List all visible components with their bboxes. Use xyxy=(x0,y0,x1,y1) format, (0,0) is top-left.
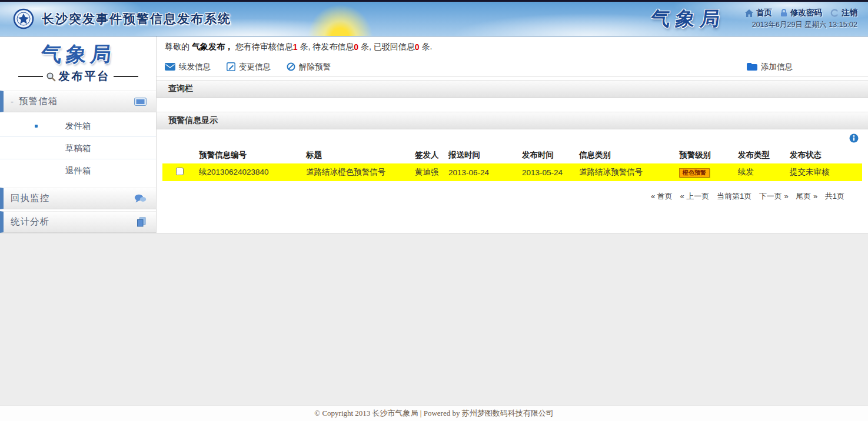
remove-warning-button[interactable]: 解除预警 xyxy=(287,62,331,72)
sidebar-subitem-label: 草稿箱 xyxy=(65,143,91,153)
greeting-review-label: 您有待审核信息 xyxy=(233,42,293,52)
main-row: 气象局 发布平台 - 预警信箱 发件箱 xyxy=(0,36,868,233)
warning-display-header: 预警信息显示 xyxy=(157,112,868,129)
header-right: 气象局 首页 修改密码 xyxy=(651,6,857,32)
envelope-icon xyxy=(165,63,175,71)
cell-level: 橙色预警 xyxy=(677,163,736,181)
nav-home-label: 首页 xyxy=(756,8,772,18)
column-header-signer: 签发人 xyxy=(413,147,446,163)
pagination-current: 当前第1页 xyxy=(717,192,751,201)
cell-warning-id: 续20130624023840 xyxy=(197,163,304,181)
active-bullet xyxy=(35,125,38,128)
top-nav: 首页 修改密码 注销 xyxy=(745,8,857,18)
nav-home-link[interactable]: 首页 xyxy=(745,8,772,18)
pagination-next[interactable]: 下一页 » xyxy=(759,192,789,201)
query-bar-title: 查询栏 xyxy=(168,83,193,94)
toolbar-left-group: 续发信息 变更信息 解除预警 xyxy=(165,62,347,72)
sidebar-item-statistics[interactable]: 统计分析 xyxy=(0,211,156,233)
info-icon[interactable] xyxy=(849,133,859,143)
greeting-username: 气象发布， xyxy=(192,42,233,52)
content-area: 尊敬的 气象发布， 您有待审核信息1 条, 待发布信息0 条, 已驳回信息0 条… xyxy=(157,36,868,233)
remove-warning-label: 解除预警 xyxy=(299,62,331,72)
rejected-count: 0 xyxy=(415,42,420,52)
warning-mailbox-submenu: 发件箱 草稿箱 退件箱 xyxy=(0,112,156,185)
warning-display-body: 预警信息编号 标题 签发人 报送时间 发布时间 信息类别 预警级别 发布类型 发… xyxy=(157,129,868,233)
sidebar-item-warning-mailbox[interactable]: - 预警信箱 xyxy=(0,91,156,112)
nav-change-password-link[interactable]: 修改密码 xyxy=(780,8,822,18)
info-row xyxy=(162,129,862,147)
resend-info-button[interactable]: 续发信息 xyxy=(165,62,211,72)
pagination-last[interactable]: 尾页 » xyxy=(796,192,817,201)
warning-table: 预警信息编号 标题 签发人 报送时间 发布时间 信息类别 预警级别 发布类型 发… xyxy=(162,147,862,181)
toolbar: 续发信息 变更信息 解除预警 xyxy=(157,58,868,76)
sidebar-item-drafts[interactable]: 草稿箱 xyxy=(0,137,156,159)
greeting-publish-label: 条, 待发布信息 xyxy=(298,42,354,52)
column-header-status: 发布状态 xyxy=(787,147,862,163)
greeting-end: 条. xyxy=(420,42,433,52)
sidebar-logo: 气象局 发布平台 xyxy=(0,36,156,84)
copyright-text: © Copyright 2013 长沙市气象局 | Powered by 苏州梦… xyxy=(314,408,553,419)
cell-report-time: 2013-06-24 xyxy=(446,163,520,181)
cell-publish-time: 2013-05-24 xyxy=(520,163,577,181)
brand-area: 长沙突发事件预警信息发布系统 xyxy=(13,8,231,29)
copy-pages-icon xyxy=(137,217,147,227)
pagination-prev[interactable]: « 上一页 xyxy=(680,192,710,201)
search-icon xyxy=(46,72,56,82)
modify-info-button[interactable]: 变更信息 xyxy=(227,62,271,72)
collapse-indicator: - xyxy=(11,96,14,106)
sidebar-subitem-label: 发件箱 xyxy=(65,121,91,131)
column-header-publish-time: 发布时间 xyxy=(520,147,577,163)
warning-display-panel: 预警信息显示 预警信息编号 xyxy=(157,112,868,233)
add-info-button[interactable]: 添加信息 xyxy=(747,62,793,72)
sidebar-subitem-label: 退件箱 xyxy=(65,166,91,175)
sidebar-item-receipt-monitor[interactable]: 回执监控 xyxy=(0,188,156,209)
datetime: 2013年6月29日 星期六 13:15:02 xyxy=(752,20,857,30)
column-header-title: 标题 xyxy=(304,147,413,163)
greeting-prefix: 尊敬的 xyxy=(165,42,192,52)
cell-category: 道路结冰预警信号 xyxy=(577,163,677,181)
sidebar-item-label: 回执监控 xyxy=(11,192,49,205)
row-checkbox-cell xyxy=(162,163,197,181)
cell-signer: 黄迪强 xyxy=(413,163,446,181)
warning-display-title: 预警信息显示 xyxy=(168,115,218,126)
pending-review-count: 1 xyxy=(293,42,298,52)
sidebar-item-label: 预警信箱 xyxy=(19,95,58,108)
query-bar[interactable]: 查询栏 xyxy=(157,80,868,98)
sidebar: 气象局 发布平台 - 预警信箱 发件箱 xyxy=(0,36,157,233)
decor-dash-right xyxy=(114,76,138,77)
footer: © Copyright 2013 长沙市气象局 | Powered by 苏州梦… xyxy=(0,405,868,421)
nav-change-password-label: 修改密码 xyxy=(790,8,822,18)
sidebar-item-returned[interactable]: 退件箱 xyxy=(0,159,156,182)
sidebar-logo-title: 气象局 xyxy=(39,41,117,68)
cell-status: 提交未审核 xyxy=(787,163,862,181)
column-header-category: 信息类别 xyxy=(577,147,677,163)
logout-icon xyxy=(830,9,839,17)
edit-icon xyxy=(227,62,235,71)
greeting-bar: 尊敬的 气象发布， 您有待审核信息1 条, 待发布信息0 条, 已驳回信息0 条… xyxy=(157,36,868,58)
ban-icon xyxy=(287,62,295,71)
sidebar-item-outbox[interactable]: 发件箱 xyxy=(0,115,156,137)
nav-and-date: 首页 修改密码 注销 2013年6月29日 星期六 13:15:02 xyxy=(745,8,857,30)
page-background-fill xyxy=(0,233,868,405)
greeting-rejected-label: 条, 已驳回信息 xyxy=(358,42,415,52)
lock-icon xyxy=(780,9,787,17)
home-icon xyxy=(745,9,753,17)
cell-title: 道路结冰橙色预警信号 xyxy=(304,163,413,181)
mailbox-icon xyxy=(134,98,147,106)
pagination-total: 共1页 xyxy=(825,192,844,201)
pagination-first[interactable]: « 首页 xyxy=(651,192,673,201)
header-checkbox-spacer xyxy=(162,147,197,163)
chat-bubbles-icon xyxy=(134,194,147,203)
table-header-row: 预警信息编号 标题 签发人 报送时间 发布时间 信息类别 预警级别 发布类型 发… xyxy=(162,147,862,163)
sidebar-item-label: 统计分析 xyxy=(11,216,49,228)
pending-publish-count: 0 xyxy=(354,42,358,52)
column-header-publish-type: 发布类型 xyxy=(736,147,787,163)
folder-icon xyxy=(747,63,757,71)
modify-info-label: 变更信息 xyxy=(239,62,271,72)
nav-logout-label: 注销 xyxy=(842,8,857,18)
cell-publish-type: 续发 xyxy=(736,163,787,181)
nav-logout-link[interactable]: 注销 xyxy=(830,8,857,18)
resend-info-label: 续发信息 xyxy=(179,62,211,72)
table-row[interactable]: 续20130624023840 道路结冰橙色预警信号 黄迪强 2013-06-2… xyxy=(162,163,862,181)
row-checkbox[interactable] xyxy=(176,168,184,175)
